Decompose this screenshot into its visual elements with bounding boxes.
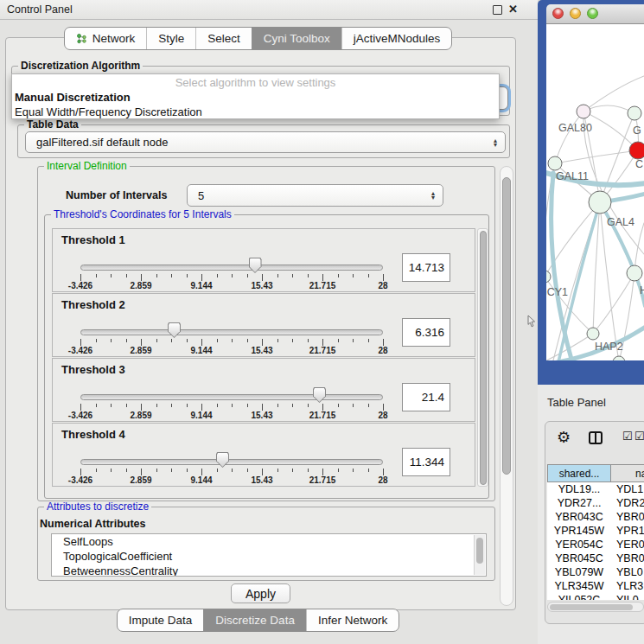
slider-thumb[interactable]: [168, 322, 181, 338]
table-cell[interactable]: YBR045C: [547, 552, 611, 565]
table-cell[interactable]: YBL0: [611, 565, 643, 579]
slider-tick-labels: -3.4262.8599.14415.4321.71528: [80, 346, 383, 355]
attribute-item-topologicalcoefficient[interactable]: TopologicalCoefficient: [52, 549, 486, 564]
table-cell[interactable]: YER054C: [547, 538, 611, 552]
table-cell[interactable]: YDR2: [611, 496, 644, 510]
network-node-gal11[interactable]: [548, 156, 562, 170]
table-cell[interactable]: YIL0: [611, 593, 639, 600]
table-cell[interactable]: YIL052C: [547, 593, 611, 600]
slider-tick-labels: -3.4262.8599.14415.4321.71528: [80, 475, 383, 485]
close-icon[interactable]: ✕: [508, 0, 518, 19]
table-cell[interactable]: YBR043C: [547, 510, 611, 524]
checkbox-icon[interactable]: ☑: [634, 430, 644, 443]
control-panel-scrollbar[interactable]: [500, 166, 513, 606]
algorithm-option-manual-discretization[interactable]: Manual Discretization: [12, 90, 499, 105]
apply-button[interactable]: Apply: [231, 583, 290, 603]
network-edge[interactable]: [546, 277, 593, 334]
thresholds-scrollbar[interactable]: [477, 228, 488, 487]
table-row[interactable]: YDL19...YDL1: [547, 482, 644, 496]
table-row[interactable]: YLR345WYLR3: [547, 579, 644, 593]
network-node-gcy1[interactable]: [546, 271, 551, 283]
threshold-label: Threshold 4: [61, 428, 125, 441]
network-node-h[interactable]: [627, 265, 642, 281]
tab-style[interactable]: Style: [146, 28, 195, 49]
algorithm-option-equal-width-frequency-discretization[interactable]: Equal Width/Frequency Discretization: [12, 105, 499, 119]
slider-thumb[interactable]: [216, 452, 229, 468]
control-panel-titlebar[interactable]: Control Panel ✕: [0, 0, 538, 20]
slider-tick-labels: -3.4262.8599.14415.4321.71528: [80, 281, 383, 290]
table-column-header-na[interactable]: na: [611, 464, 644, 482]
table-cell[interactable]: YDL1: [611, 482, 643, 496]
close-traffic-icon[interactable]: [552, 8, 564, 19]
network-view-titlebar[interactable]: [546, 4, 644, 24]
network-node[interactable]: [613, 356, 625, 360]
threshold-slider-track[interactable]: [80, 459, 383, 465]
tab-select[interactable]: Select: [195, 28, 252, 49]
network-canvas[interactable]: GAL80GCGAL11GAL4GCY1HHAP2: [546, 24, 644, 360]
network-edge[interactable]: [583, 105, 634, 113]
bottom-tab-infer-network[interactable]: Infer Network: [306, 609, 399, 631]
table-cell[interactable]: YPR145W: [547, 524, 611, 538]
threshold-panel-2: Threshold 2-3.4262.8599.14415.4321.71528…: [52, 293, 475, 357]
table-cell[interactable]: YDR27...: [547, 496, 611, 510]
table-cell[interactable]: YLR345W: [547, 579, 611, 593]
zoom-traffic-icon[interactable]: [587, 8, 598, 19]
column-icon[interactable]: [589, 431, 603, 444]
bottom-tab-discretize-data[interactable]: Discretize Data: [203, 609, 306, 631]
table-cell[interactable]: YDL19...: [547, 482, 611, 496]
attributes-list-scrollbar[interactable]: [474, 535, 485, 575]
numerical-attributes-list[interactable]: SelfLoopsTopologicalCoefficientBetweenne…: [51, 533, 487, 577]
float-window-icon[interactable]: [493, 5, 502, 15]
network-node-g[interactable]: [628, 106, 641, 120]
gear-icon[interactable]: ⚙: [557, 429, 571, 446]
bottom-tab-label: Discretize Data: [215, 614, 295, 627]
table-body: YDL19...YDL1YDR27...YDR2YBR043CYBR0YPR14…: [547, 482, 644, 600]
minimize-traffic-icon[interactable]: [570, 8, 581, 19]
table-cell[interactable]: YPR1: [611, 524, 644, 538]
network-node-c[interactable]: [629, 142, 644, 159]
table-cell[interactable]: YER0: [611, 538, 644, 552]
table-cell[interactable]: YLR3: [611, 579, 643, 593]
tab-cyni-toolbox[interactable]: Cyni Toolbox: [252, 28, 341, 49]
threshold-slider-track[interactable]: [80, 394, 383, 400]
threshold-slider-track[interactable]: [80, 329, 383, 335]
threshold-value-input[interactable]: 11.344: [402, 448, 450, 476]
table-row[interactable]: YBR045CYBR0: [547, 552, 644, 565]
threshold-value-input[interactable]: 21.4: [402, 383, 450, 411]
threshold-value-input[interactable]: 14.713: [402, 253, 450, 282]
network-node-gal4[interactable]: [589, 191, 611, 214]
network-node-hap2[interactable]: [587, 328, 599, 340]
threshold-slider-track[interactable]: [80, 265, 383, 271]
table-row[interactable]: YDR27...YDR2: [547, 496, 644, 510]
network-edge[interactable]: [555, 112, 583, 163]
tab-label: Network: [92, 32, 136, 45]
tab-jactivemnodules[interactable]: jActiveMNodules: [341, 28, 452, 49]
network-node-gal80[interactable]: [577, 105, 590, 118]
slider-thumb[interactable]: [249, 258, 262, 273]
attribute-item-betweennesscentrality[interactable]: BetweennessCentrality: [52, 564, 486, 577]
threshold-value-input[interactable]: 6.316: [402, 318, 450, 347]
table-row[interactable]: YBR043CYBR0: [547, 510, 644, 524]
table-horizontal-scrollbar[interactable]: [547, 602, 644, 612]
table-column-header-shared[interactable]: shared...: [547, 464, 611, 482]
table-row[interactable]: YIL052CYIL0: [547, 593, 644, 600]
slider-thumb[interactable]: [313, 387, 326, 403]
network-edge[interactable]: [555, 150, 638, 163]
network-edge[interactable]: [600, 113, 634, 202]
bottom-tab-impute-data[interactable]: Impute Data: [118, 609, 204, 631]
number-of-intervals-spinner[interactable]: 5 ▴▾: [187, 184, 443, 207]
table-cell[interactable]: YBR0: [611, 552, 644, 565]
table-cell[interactable]: YBR0: [611, 510, 644, 524]
table-row[interactable]: YER054CYER0: [547, 538, 644, 552]
attribute-item-selfloops[interactable]: SelfLoops: [52, 534, 486, 549]
tab-label: Cyni Toolbox: [264, 32, 330, 45]
tab-network[interactable]: Network: [65, 28, 147, 49]
table-cell[interactable]: YBL079W: [547, 565, 611, 579]
checkbox-icon[interactable]: ☑: [622, 430, 633, 443]
tab-label: jActiveMNodules: [354, 32, 441, 45]
thresholds-group: Threshold's Coordinates for 5 Intervals …: [44, 214, 489, 499]
table-row[interactable]: YPR145WYPR1: [547, 524, 644, 538]
table-data-combobox[interactable]: galFiltered.sif default node ▴▾: [25, 131, 506, 153]
table-row[interactable]: YBL079WYBL0: [547, 565, 644, 579]
network-edge[interactable]: [552, 173, 572, 360]
